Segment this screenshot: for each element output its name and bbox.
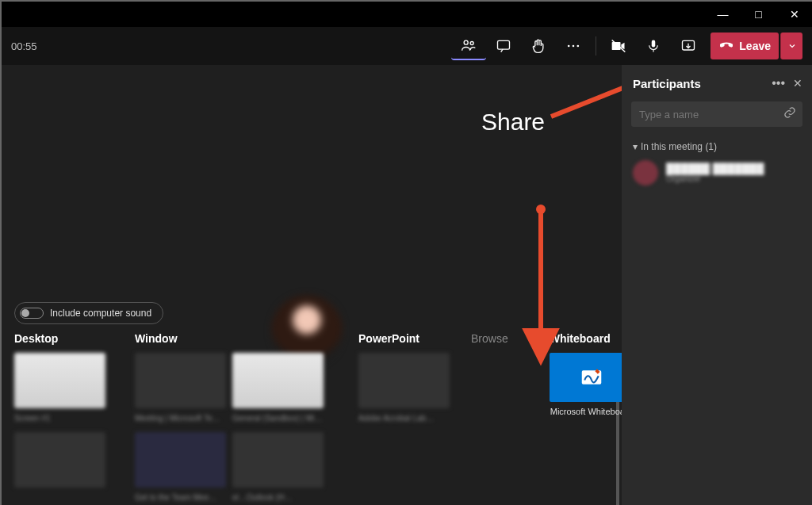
- share-annotation-label: Share: [481, 109, 545, 136]
- maximize-button[interactable]: □: [741, 2, 776, 27]
- participants-icon[interactable]: [451, 32, 486, 60]
- svg-point-3: [568, 45, 570, 48]
- svg-point-12: [536, 205, 546, 214]
- raise-hand-icon[interactable]: [521, 32, 556, 60]
- desktop-heading: Desktop: [14, 332, 117, 345]
- desktop-thumbnail[interactable]: Screen #1: [14, 353, 105, 408]
- window-titlebar: — □ ✕: [2, 2, 812, 27]
- whiteboard-heading: Whiteboard: [550, 332, 622, 345]
- link-icon[interactable]: [783, 106, 796, 122]
- share-tray-icon[interactable]: [671, 32, 706, 60]
- participants-panel: Participants ••• ✕ ▾In this meeting (1) …: [622, 65, 812, 505]
- svg-point-0: [464, 40, 468, 44]
- include-computer-sound-toggle[interactable]: Include computer sound: [14, 302, 163, 324]
- leave-label: Leave: [739, 40, 771, 52]
- participant-name: ██████ ███████: [666, 163, 764, 174]
- window-thumbnail[interactable]: Meeting | Microsoft Te…: [135, 353, 226, 408]
- microphone-icon[interactable]: [636, 32, 671, 60]
- window-thumbnail[interactable]: el…Outlook (H…: [232, 432, 324, 488]
- share-col-browse[interactable]: Browse: [471, 332, 508, 488]
- hangup-icon: [720, 39, 733, 54]
- minimize-button[interactable]: —: [705, 2, 741, 27]
- meeting-toolbar: 00:55 Leave: [2, 27, 812, 65]
- share-col-desktop: Desktop Screen #1: [14, 332, 117, 488]
- in-meeting-section: ▾In this meeting (1): [622, 132, 812, 157]
- main-area: Share Include computer sound Desktop Scr…: [2, 65, 812, 505]
- participants-more-icon[interactable]: •••: [772, 76, 785, 90]
- share-col-whiteboard: Whiteboard Microsoft Whiteboard: [550, 332, 622, 488]
- participants-close-icon[interactable]: ✕: [793, 77, 802, 90]
- svg-line-10: [551, 68, 622, 117]
- toggle-switch-icon: [20, 308, 44, 319]
- leave-button[interactable]: Leave: [710, 33, 779, 59]
- window-thumbnail[interactable]: Get to the Team Mee…: [135, 432, 226, 488]
- svg-point-1: [470, 42, 473, 45]
- participant-search-input[interactable]: [638, 108, 783, 121]
- window-thumbnail[interactable]: General (Sandbox) | Mi…: [232, 353, 324, 408]
- toolbar-separator: [596, 36, 596, 55]
- share-col-window: Window Meeting | Microsoft Te… General (…: [135, 332, 341, 488]
- chat-icon[interactable]: [486, 32, 521, 60]
- svg-point-5: [577, 45, 580, 48]
- window-heading: Window: [135, 332, 341, 345]
- whiteboard-caption: Microsoft Whiteboard: [550, 407, 622, 416]
- microsoft-whiteboard-tile[interactable]: [550, 353, 622, 402]
- meeting-stage: Share Include computer sound Desktop Scr…: [2, 65, 622, 505]
- leave-chevron-button[interactable]: [780, 33, 802, 59]
- powerpoint-heading: PowerPoint: [358, 332, 454, 345]
- more-actions-icon[interactable]: [556, 32, 591, 60]
- ppt-thumbnail[interactable]: Adobe Acrobat Lab…: [358, 353, 450, 408]
- participant-entry[interactable]: ██████ ███████ Organizer: [622, 157, 812, 189]
- include-sound-label: Include computer sound: [50, 308, 151, 319]
- share-col-powerpoint: PowerPoint Adobe Acrobat Lab…: [358, 332, 454, 488]
- avatar-icon: [633, 160, 658, 186]
- svg-point-4: [573, 45, 575, 48]
- svg-rect-2: [498, 40, 510, 49]
- close-button[interactable]: ✕: [776, 2, 812, 27]
- participant-role: Organizer: [666, 174, 764, 183]
- camera-off-icon[interactable]: [601, 32, 636, 60]
- svg-rect-7: [652, 40, 656, 48]
- participants-title: Participants: [633, 77, 772, 90]
- share-tray: Include computer sound Desktop Screen #1…: [14, 302, 622, 492]
- browse-heading: Browse: [471, 332, 508, 345]
- desktop-thumbnail[interactable]: [14, 432, 105, 488]
- call-timer: 00:55: [11, 40, 37, 52]
- participant-search[interactable]: [631, 101, 802, 127]
